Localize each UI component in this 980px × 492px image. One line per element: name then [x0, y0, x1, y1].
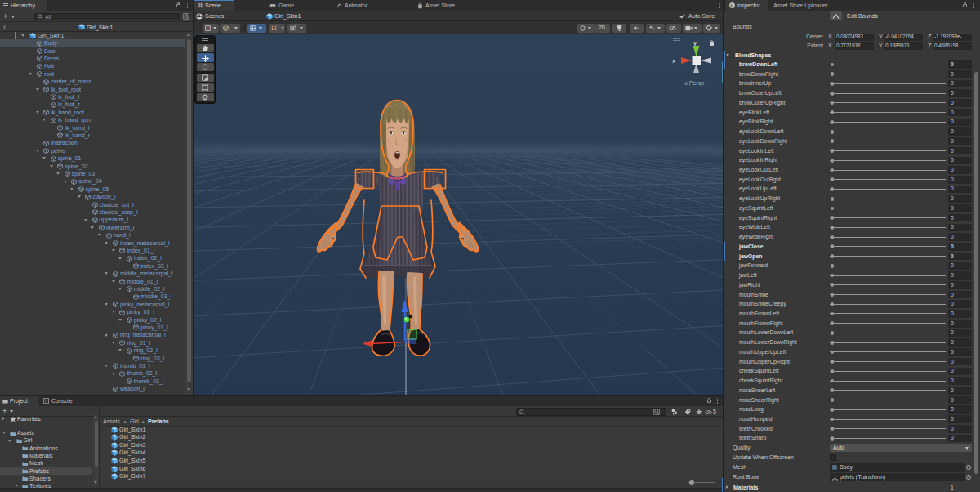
svg-text:y: y	[693, 39, 697, 47]
svg-text:x: x	[672, 57, 675, 65]
